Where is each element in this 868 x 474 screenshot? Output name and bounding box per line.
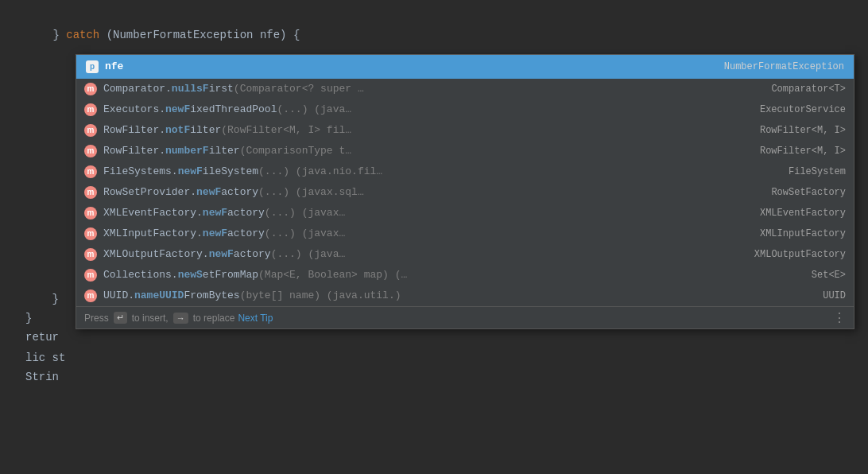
replace-label: to replace — [193, 313, 235, 324]
method-icon-6: m — [84, 207, 97, 220]
ac-item-4[interactable]: m FileSystems.newFileSystem(...) (java.n… — [76, 161, 854, 182]
method-icon-8: m — [84, 248, 97, 261]
ac-icon-p: p — [86, 60, 99, 73]
ac-item-9[interactable]: m Collections.newSetFromMap(Map<E, Boole… — [76, 265, 854, 286]
editor-container: } catch (NumberFormatException nfe) { if… — [0, 0, 868, 474]
tab-key: → — [173, 313, 188, 324]
method-icon-4: m — [84, 165, 97, 178]
method-icon-1: m — [84, 103, 97, 116]
autocomplete-footer: Press ↵ to insert, → to replace Next Tip… — [76, 306, 854, 328]
method-icon-9: m — [84, 269, 97, 282]
insert-label: to insert, — [132, 313, 169, 324]
ac-item-6[interactable]: m XMLEventFactory.newFactory(...) (javax… — [76, 203, 854, 223]
ac-item-2[interactable]: m RowFilter.notFilter(RowFilter<M, I> fi… — [76, 120, 854, 141]
enter-key: ↵ — [114, 312, 127, 324]
more-options-icon[interactable]: ⋮ — [833, 310, 846, 325]
code-line-3: } — [13, 289, 78, 309]
next-tip-button[interactable]: Next Tip — [238, 313, 273, 324]
method-icon-2: m — [84, 124, 97, 137]
method-icon-3: m — [84, 145, 97, 157]
ac-item-10[interactable]: m UUID.nameUUIDFromBytes(byte[] name) (j… — [76, 286, 854, 306]
method-icon-10: m — [84, 289, 97, 302]
method-icon-7: m — [84, 227, 97, 240]
autocomplete-selected-item[interactable]: p nfe NumberFormatException — [76, 55, 854, 79]
method-icon-0: m — [84, 83, 97, 95]
code-line-5: retur — [13, 328, 78, 347]
autocomplete-list: m Comparator.nullsFirst(Comparator<? sup… — [76, 79, 854, 306]
ac-item-1[interactable]: m Executors.newFixedThreadPool(...) (jav… — [76, 99, 854, 120]
footer-hints: Press ↵ to insert, → to replace Next Tip — [84, 312, 273, 324]
autocomplete-popup[interactable]: p nfe NumberFormatException m Comparator… — [76, 54, 854, 329]
method-icon-5: m — [84, 186, 97, 199]
press-label: Press — [84, 313, 109, 324]
ac-selected-type: NumberFormatException — [724, 58, 844, 76]
ac-selected-name: nfe — [105, 58, 123, 76]
ac-item-3[interactable]: m RowFilter.numberFilter(ComparisonType … — [76, 141, 854, 161]
code-line-4: } — [13, 309, 78, 328]
code-line-7: lic st — [13, 348, 78, 367]
ac-item-7[interactable]: m XMLInputFactory.newFactory(...) (javax… — [76, 223, 854, 244]
ac-item-8[interactable]: m XMLOutputFactory.newFactory(...) (java… — [76, 244, 854, 265]
ac-item-0[interactable]: m Comparator.nullsFirst(Comparator<? sup… — [76, 79, 854, 99]
code-below: } } retur lic st Strin — [13, 289, 78, 387]
ac-item-5[interactable]: m RowSetProvider.newFactory(...) (javax.… — [76, 182, 854, 203]
code-line-8: Strin — [13, 367, 78, 387]
